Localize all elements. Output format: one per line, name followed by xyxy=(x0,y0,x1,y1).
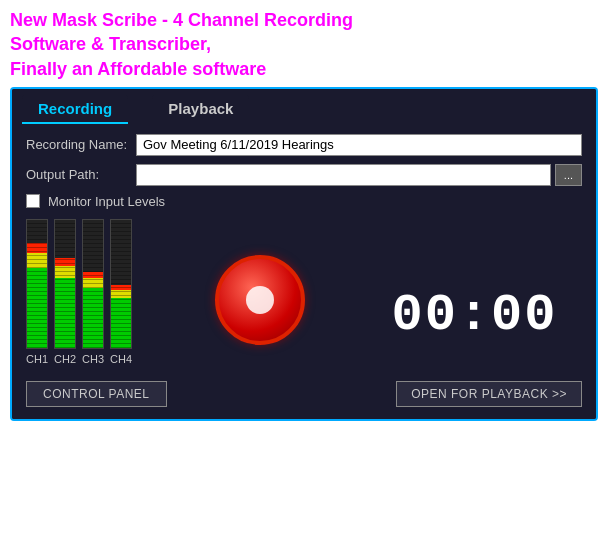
tab-playback[interactable]: Playback xyxy=(152,95,249,124)
header-line2: Software & Transcriber, xyxy=(10,34,211,54)
recording-name-row: Recording Name: xyxy=(26,134,582,156)
channel-label-ch4: CH4 xyxy=(110,353,132,365)
open-for-playback-button[interactable]: OPEN FOR PLAYBACK >> xyxy=(396,381,582,407)
output-path-input[interactable] xyxy=(136,164,551,186)
timer-display: 00:00 xyxy=(392,286,558,345)
channel-wrap-ch1: CH1 xyxy=(26,219,48,365)
output-path-label: Output Path: xyxy=(26,167,136,182)
channel-wrap-ch3: CH3 xyxy=(82,219,104,365)
channel-bar-ch1 xyxy=(26,219,48,349)
channel-bar-ch4 xyxy=(110,219,132,349)
channel-bar-ch2 xyxy=(54,219,76,349)
monitor-label: Monitor Input Levels xyxy=(48,194,165,209)
header-text: New Mask Scribe - 4 Channel Recording So… xyxy=(0,0,608,87)
timer-area: 00:00 xyxy=(367,286,582,365)
channel-label-ch1: CH1 xyxy=(26,353,48,365)
record-button-area xyxy=(152,255,367,365)
channels-area: CH1 CH2 xyxy=(26,219,132,365)
record-center-dot xyxy=(246,286,274,314)
bottom-buttons: CONTROL PANEL OPEN FOR PLAYBACK >> xyxy=(26,377,582,407)
channel-wrap-ch2: CH2 xyxy=(54,219,76,365)
recording-name-input[interactable] xyxy=(136,134,582,156)
channel-label-ch2: CH2 xyxy=(54,353,76,365)
header-line1: New Mask Scribe - 4 Channel Recording xyxy=(10,10,353,30)
control-panel-button[interactable]: CONTROL PANEL xyxy=(26,381,167,407)
tab-recording[interactable]: Recording xyxy=(22,95,128,124)
output-path-row: Output Path: ... xyxy=(26,164,582,186)
recording-name-label: Recording Name: xyxy=(26,137,136,152)
bottom-section: CH1 CH2 xyxy=(26,219,582,365)
channel-wrap-ch4: CH4 xyxy=(110,219,132,365)
monitor-row: Monitor Input Levels xyxy=(26,194,582,209)
monitor-checkbox[interactable] xyxy=(26,194,40,208)
tab-separator xyxy=(134,95,146,124)
main-panel: Recording Name: Output Path: ... Monitor… xyxy=(12,124,596,419)
channel-label-ch3: CH3 xyxy=(82,353,104,365)
header-line3: Finally an Affordable software xyxy=(10,59,266,79)
record-button[interactable] xyxy=(215,255,305,345)
tab-bar: Recording Playback xyxy=(12,89,596,124)
channel-bar-ch3 xyxy=(82,219,104,349)
browse-button[interactable]: ... xyxy=(555,164,582,186)
app-container: Recording Playback Recording Name: Outpu… xyxy=(10,87,598,421)
